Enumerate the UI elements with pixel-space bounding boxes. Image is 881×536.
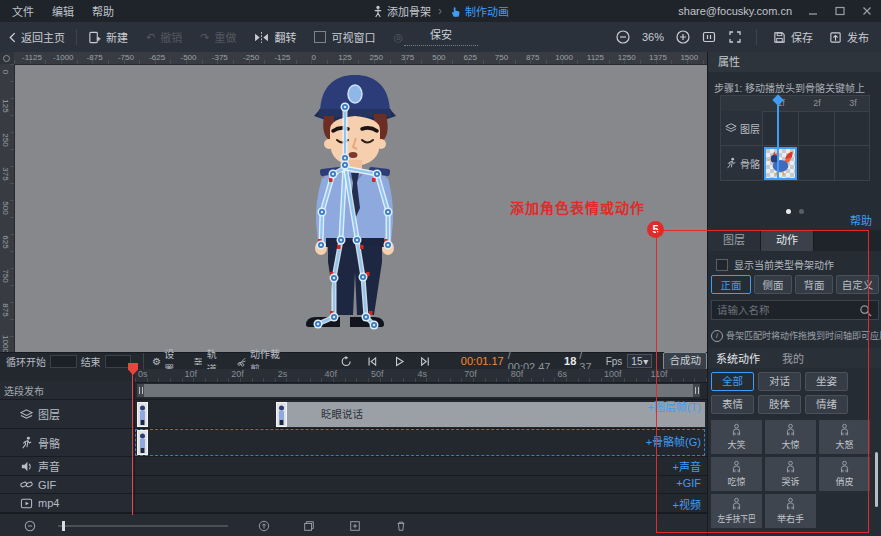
action-tile-吃惊[interactable]: 吃惊	[711, 457, 762, 491]
add-button-2[interactable]: +声音	[673, 458, 701, 474]
zoom-in-icon[interactable]	[676, 30, 690, 44]
loop-start-input[interactable]	[50, 355, 77, 368]
skeleton-joint[interactable]	[376, 173, 379, 176]
maximize-button[interactable]	[834, 5, 846, 17]
play-icon[interactable]	[393, 355, 405, 368]
orientation-侧面[interactable]: 侧面	[754, 275, 792, 294]
restart-icon[interactable]	[340, 355, 352, 368]
category-坐姿[interactable]: 坐姿	[805, 372, 848, 391]
add-button-4[interactable]: +视频	[673, 496, 701, 512]
zoom-out-icon[interactable]	[616, 30, 630, 44]
search-icon[interactable]	[859, 304, 872, 317]
step-add-skeleton[interactable]: 添加骨架	[372, 3, 431, 19]
next-frame-icon[interactable]	[419, 355, 431, 368]
stage-canvas[interactable]: -1125-1000-875-750-625-500-375-250-12501…	[0, 52, 707, 352]
skeleton-joint[interactable]	[317, 323, 320, 326]
segment-handle-left[interactable]	[137, 384, 144, 397]
menu-item-2[interactable]: 帮助	[83, 3, 123, 19]
menu-item-0[interactable]: 文件	[3, 3, 43, 19]
trash-icon[interactable]	[395, 520, 407, 532]
mini-keyframe-table[interactable]: 1f2f3f 图层 骨骼	[720, 95, 870, 181]
viewport-toggle[interactable]: 可视窗口	[305, 29, 384, 45]
action-tile-俏皮[interactable]: 俏皮	[819, 457, 870, 491]
skeleton-joint[interactable]	[344, 106, 347, 109]
minimize-button[interactable]	[807, 5, 819, 17]
timeline-controls: 循环开始 结束 ⚙设置 轨道 动作裁剪 00:01.17 / 00:02.47 …	[0, 353, 707, 369]
skeleton-joint[interactable]	[373, 324, 376, 327]
add-button-3[interactable]: +GIF	[676, 477, 701, 489]
actual-size-icon[interactable]	[702, 30, 716, 44]
copy-icon[interactable]	[303, 520, 315, 532]
category-对话[interactable]: 对话	[758, 372, 801, 391]
filter-checkbox-row[interactable]: 显示当前类型骨架动作	[716, 257, 834, 272]
loop-end-input[interactable]	[105, 355, 132, 368]
fps-select[interactable]: 15▾	[627, 354, 652, 368]
prev-frame-icon[interactable]	[366, 355, 378, 368]
skeleton-joint[interactable]	[344, 164, 347, 167]
add-button-1[interactable]: +骨骼帧(G)	[646, 433, 701, 449]
skeleton-joint[interactable]	[362, 276, 365, 279]
action-tile-举右手[interactable]: 举右手	[765, 494, 816, 528]
search-input[interactable]	[712, 304, 859, 316]
document-title[interactable]: 保安	[404, 26, 478, 46]
tab-my-actions[interactable]: 我的	[782, 350, 804, 366]
close-button[interactable]	[861, 5, 873, 17]
orientation-背面[interactable]: 背面	[795, 275, 833, 294]
skeleton-joint[interactable]	[365, 316, 368, 319]
skeleton-joint[interactable]	[340, 239, 343, 242]
tl-ruler-80f: 80f	[511, 369, 524, 379]
flip-button[interactable]: 翻转	[245, 29, 305, 45]
orientation-自定义[interactable]: 自定义	[836, 275, 879, 294]
keyframe-thumb[interactable]	[137, 430, 148, 455]
publish-button[interactable]: 发布	[827, 29, 871, 45]
orientation-正面[interactable]: 正面	[711, 275, 751, 294]
viewport-checkbox[interactable]	[314, 31, 326, 43]
action-tile-大怒[interactable]: 大怒	[819, 420, 870, 454]
save-button[interactable]: 保存	[771, 29, 815, 45]
menu-item-1[interactable]: 编辑	[43, 3, 83, 19]
dot-inactive[interactable]	[799, 209, 804, 214]
skeleton-joint[interactable]	[387, 211, 390, 214]
tab-system-actions[interactable]: 系统动作	[716, 350, 760, 366]
dot-active[interactable]	[786, 209, 791, 214]
action-tile-哭诉[interactable]: 哭诉	[765, 457, 816, 491]
back-home-button[interactable]: 返回主页	[0, 29, 74, 45]
skeleton-joint[interactable]	[387, 244, 390, 247]
skeleton-joint[interactable]	[356, 239, 359, 242]
new-button[interactable]: 新建	[79, 29, 137, 45]
timeline-zoom-slider[interactable]	[58, 525, 228, 527]
tab-layer[interactable]: 图层	[708, 230, 761, 251]
keyframe-thumb[interactable]	[137, 402, 148, 427]
category-情绪[interactable]: 情绪	[805, 395, 848, 414]
skeleton-joint[interactable]	[320, 244, 323, 247]
filter-checkbox[interactable]	[716, 259, 728, 271]
person-icon	[783, 460, 798, 474]
loop-start-label: 循环开始	[6, 354, 46, 369]
action-tile-左手扶下巴[interactable]: 左手扶下巴	[711, 494, 762, 528]
help-link[interactable]: 帮助	[850, 212, 872, 228]
skeleton-joint[interactable]	[321, 211, 324, 214]
export-icon[interactable]	[258, 520, 270, 532]
keyframe-thumb[interactable]	[276, 402, 287, 427]
tab-action[interactable]: 动作	[761, 230, 814, 251]
action-tile-大惊[interactable]: 大惊	[765, 420, 816, 454]
category-肢体[interactable]: 肢体	[758, 395, 801, 414]
category-表情[interactable]: 表情	[711, 395, 754, 414]
action-tile-大笑[interactable]: 大笑	[711, 420, 762, 454]
fullscreen-icon[interactable]	[728, 30, 742, 44]
add-button-0[interactable]: +图层帧(T)	[648, 398, 701, 414]
slider-handle[interactable]	[62, 521, 65, 531]
step-make-animation[interactable]: 制作动画	[449, 3, 509, 19]
character-police-officer[interactable]	[0, 52, 707, 352]
skeleton-joint[interactable]	[333, 277, 336, 280]
add-icon[interactable]	[349, 520, 361, 532]
compose-action-button[interactable]: 合成动作	[663, 352, 707, 370]
skeleton-joint[interactable]	[332, 173, 335, 176]
search-box[interactable]	[711, 300, 879, 320]
category-全部[interactable]: 全部	[711, 372, 754, 391]
zoom-out-timeline-icon[interactable]	[24, 520, 36, 532]
panel-scrollbar[interactable]	[875, 452, 878, 507]
keyframe-thumbnail-rooster[interactable]	[764, 147, 797, 180]
skeleton-joint[interactable]	[344, 157, 347, 160]
skeleton-joint[interactable]	[333, 316, 336, 319]
